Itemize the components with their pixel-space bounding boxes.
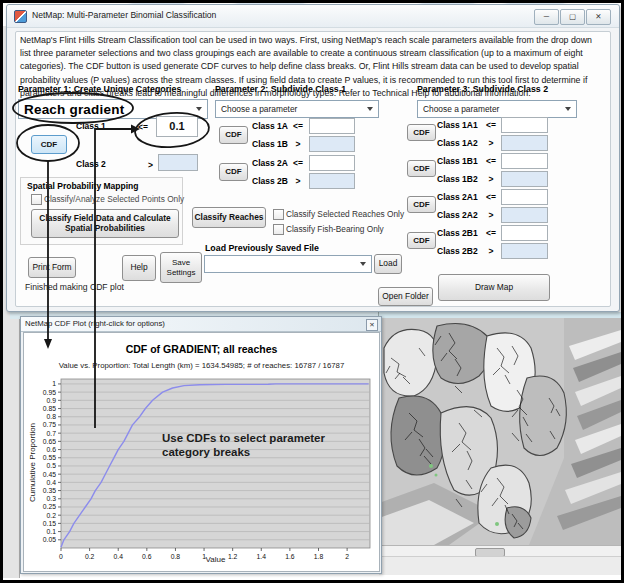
- close-button[interactable]: ✕: [586, 9, 611, 25]
- class-break-input[interactable]: [501, 135, 548, 151]
- classify-points-checkbox[interactable]: [31, 194, 42, 205]
- chevron-down-icon: [565, 107, 571, 111]
- chart-annotation-text: Use CDFs to select parameter category br…: [162, 431, 372, 460]
- open-folder-button[interactable]: Open Folder: [378, 287, 433, 306]
- class-break-input[interactable]: [501, 189, 548, 205]
- class-operator: >: [290, 139, 306, 149]
- close-icon[interactable]: ✕: [366, 319, 378, 331]
- class-break-input[interactable]: [501, 171, 548, 187]
- param2-cdf-button-1[interactable]: CDF: [219, 126, 248, 144]
- param3-cdf-button-2[interactable]: CDF: [407, 160, 436, 177]
- class-label: Class 2A: [252, 158, 288, 168]
- class-operator: >: [483, 246, 499, 256]
- svg-text:0.15: 0.15: [43, 520, 56, 527]
- load-button[interactable]: Load: [374, 254, 402, 274]
- class-label: Class 2A1: [437, 192, 478, 202]
- param3-row-class1a2: Class 1A2 >: [437, 135, 549, 151]
- classify-points-label: Classify/Analyze Selected Points Only: [44, 194, 184, 204]
- param2-row-class1b: Class 1B >: [252, 136, 356, 152]
- classify-field-data-button[interactable]: Classify Field Data and Calculate Spatia…: [31, 209, 179, 238]
- class-label: Class 1B2: [437, 174, 478, 184]
- cdf-window-titlebar[interactable]: NetMap CDF Plot (right-click for options…: [21, 317, 381, 332]
- draw-map-button[interactable]: Draw Map: [438, 274, 550, 301]
- param2-row-class2b: Class 2B >: [252, 173, 356, 189]
- dialog-title: NetMap: Multi-Parameter Binomial Classif…: [32, 10, 216, 20]
- class-operator: <=: [483, 120, 499, 130]
- class2-break-input[interactable]: [158, 154, 198, 171]
- class-break-input[interactable]: [309, 136, 355, 152]
- param3-cdf-button-3[interactable]: CDF: [407, 196, 436, 213]
- load-file-label: Load Previously Saved File: [205, 243, 319, 253]
- class-break-input[interactable]: [501, 117, 548, 133]
- class2-label: Class 2: [76, 159, 106, 169]
- cdf-plot-window: NetMap CDF Plot (right-click for options…: [20, 316, 382, 574]
- maximize-button[interactable]: ▢: [560, 9, 585, 25]
- class-operator: <=: [483, 156, 499, 166]
- svg-text:1: 1: [52, 380, 56, 387]
- param3-row-class1b2: Class 1B2 >: [437, 171, 549, 187]
- class-label: Class 1A1: [437, 120, 478, 130]
- param3-dropdown-value: Choose a parameter: [423, 104, 499, 114]
- param2-dropdown[interactable]: Choose a parameter: [215, 100, 379, 118]
- param3-row-class1a1: Class 1A1 <=: [437, 117, 549, 133]
- param3-cdf-button-4[interactable]: CDF: [407, 232, 436, 249]
- param3-header: Parameter 3: Subdivide Class 2: [417, 84, 548, 94]
- classify-reaches-button[interactable]: Classify Reaches: [192, 207, 266, 228]
- class-break-input[interactable]: [309, 155, 355, 171]
- status-message: Finished making CDF plot: [25, 282, 124, 292]
- load-file-dropdown[interactable]: [204, 255, 372, 273]
- param3-row-class2b2: Class 2B2 >: [437, 243, 549, 259]
- class2-operator: >: [148, 160, 153, 170]
- chart-subtitle: Value vs. Proportion: Total Length (km) …: [24, 361, 379, 370]
- param2-dropdown-value: Choose a parameter: [221, 104, 297, 114]
- chevron-down-icon: [196, 107, 202, 111]
- param3-cdf-button-1[interactable]: CDF: [407, 124, 436, 141]
- class-label: Class 1A: [252, 121, 288, 131]
- param3-row-class2a2: Class 2A2 >: [437, 207, 549, 223]
- class-label: Class 2B2: [437, 246, 478, 256]
- screenshot-root: NetMap: Multi-Parameter Binomial Classif…: [0, 0, 624, 583]
- save-settings-button[interactable]: Save Settings: [160, 252, 202, 283]
- chevron-down-icon: [367, 107, 373, 111]
- svg-text:0.85: 0.85: [43, 405, 56, 412]
- class1-break-input[interactable]: 0.1: [156, 116, 198, 137]
- class-break-input[interactable]: [309, 173, 355, 189]
- svg-text:0.55: 0.55: [43, 454, 56, 461]
- class-break-input[interactable]: [309, 118, 355, 134]
- svg-text:0.9: 0.9: [47, 397, 57, 404]
- class-label: Class 1A2: [437, 138, 478, 148]
- param3-dropdown[interactable]: Choose a parameter: [417, 100, 577, 118]
- class-label: Class 2B1: [437, 228, 478, 238]
- minimize-button[interactable]: ─: [534, 9, 559, 25]
- param3-row-class2b1: Class 2B1 <=: [437, 225, 549, 241]
- svg-text:0.95: 0.95: [43, 389, 56, 396]
- class-operator: <=: [290, 158, 306, 168]
- class-label: Class 1B: [252, 139, 288, 149]
- class-operator: >: [483, 210, 499, 220]
- param1-dropdown-value: Reach gradient: [24, 102, 124, 117]
- cdf-chart-area: 0.050.10.150.20.250.30.350.40.450.50.550…: [23, 332, 380, 572]
- svg-text:0.3: 0.3: [47, 495, 57, 502]
- window-controls: ─▢✕: [533, 9, 611, 24]
- class-label: Class 1B1: [437, 156, 478, 166]
- param2-header: Parameter 2: Subdivide Class 1: [215, 84, 346, 94]
- param2-cdf-button-2[interactable]: CDF: [219, 163, 248, 181]
- print-form-button[interactable]: Print Form: [28, 257, 76, 278]
- hillshade-map[interactable]: [379, 318, 621, 545]
- svg-text:0.7: 0.7: [47, 430, 57, 437]
- classify-selected-reaches-label: Classify Selected Reaches Only: [286, 209, 404, 219]
- class-break-input[interactable]: [501, 207, 548, 223]
- dialog-titlebar[interactable]: NetMap: Multi-Parameter Binomial Classif…: [7, 5, 619, 28]
- svg-text:0.05: 0.05: [43, 536, 56, 543]
- class-label: Class 2A2: [437, 210, 478, 220]
- param1-cdf-button[interactable]: CDF: [31, 135, 67, 154]
- chevron-down-icon: [360, 262, 366, 266]
- classify-fish-bearing-checkbox[interactable]: [273, 224, 284, 235]
- class-operator: >: [290, 176, 306, 186]
- classify-selected-reaches-checkbox[interactable]: [273, 209, 284, 220]
- class-break-input[interactable]: [501, 153, 548, 169]
- svg-text:0.6: 0.6: [47, 446, 57, 453]
- help-button[interactable]: Help: [122, 255, 156, 281]
- class-break-input[interactable]: [501, 225, 548, 241]
- class-break-input[interactable]: [501, 243, 548, 259]
